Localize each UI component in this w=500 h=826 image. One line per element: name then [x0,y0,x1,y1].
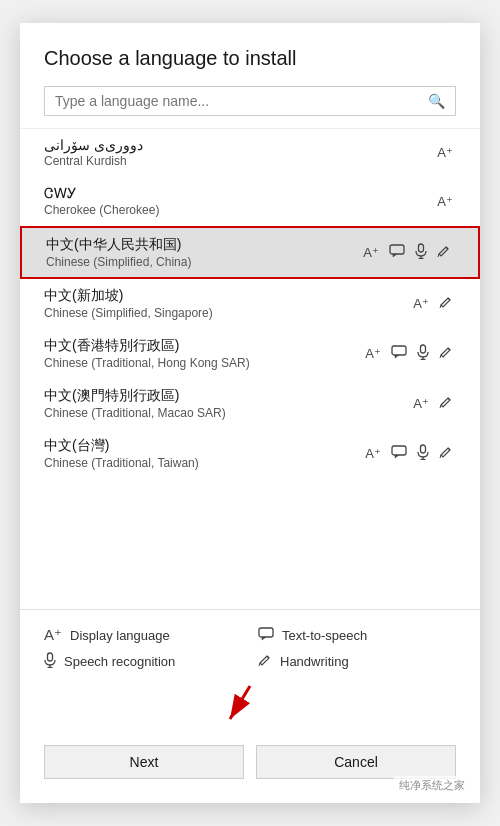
svg-line-27 [259,663,260,666]
lang-sub: Chinese (Traditional, Taiwan) [44,456,362,470]
lang-text: دووری‌ی سۆرانیCentral Kurdish [44,137,434,168]
lang-sub: Chinese (Simplified, China) [46,255,360,269]
lang-name: دووری‌ی سۆرانی [44,137,434,153]
legend-label: Display language [70,628,170,643]
legend-item: Speech recognition [44,652,242,671]
lang-icons: A⁺ [360,241,454,264]
lang-capability-icon [388,443,410,464]
lang-text: 中文(澳門特別行政區)Chinese (Traditional, Macao S… [44,387,410,420]
list-item[interactable]: 中文(台灣)Chinese (Traditional, Taiwan)A⁺ [20,429,480,479]
legend-area: A⁺Display languageText-to-speechSpeech r… [20,609,480,681]
lang-capability-icon [436,443,456,464]
svg-line-21 [440,455,441,458]
dialog-title: Choose a language to install [20,23,480,86]
lang-capability-icon: A⁺ [362,344,384,363]
list-item[interactable]: 中文(香港特別行政區)Chinese (Traditional, Hong Ko… [20,329,480,379]
lang-capability-icon [414,342,432,365]
lang-icons: A⁺ [362,442,456,465]
lang-capability-icon [436,293,456,314]
legend-label: Text-to-speech [282,628,367,643]
svg-rect-8 [392,346,406,355]
lang-capability-icon [412,241,430,264]
lang-capability-icon [434,242,454,263]
lang-name: 中文(中华人民共和国) [46,236,360,254]
svg-line-29 [230,686,250,719]
lang-capability-icon: A⁺ [410,294,432,313]
lang-capability-icon [414,442,432,465]
lang-sub: Central Kurdish [44,154,434,168]
legend-icon: A⁺ [44,626,62,644]
legend-icon [258,653,272,670]
search-bar[interactable]: 🔍 [44,86,456,116]
lang-sub: Chinese (Traditional, Hong Kong SAR) [44,356,362,370]
svg-line-13 [440,355,441,358]
lang-icons: A⁺ [434,192,456,211]
legend-item: Handwriting [258,652,456,671]
list-item[interactable]: دووری‌ی سۆرانیCentral KurdishA⁺ [20,129,480,177]
lang-text: 中文(中华人民共和国)Chinese (Simplified, China) [46,236,360,269]
lang-text: ᏣᎳᎩCherokee (Cherokee) [44,185,434,217]
language-list: دووری‌ی سۆرانیCentral KurdishA⁺ᏣᎳᎩCherok… [20,128,480,609]
svg-rect-0 [390,245,404,254]
lang-icons: A⁺ [410,293,456,314]
arrow-container [20,681,480,731]
lang-capability-icon [386,242,408,263]
legend-label: Handwriting [280,654,349,669]
svg-line-4 [446,247,448,249]
choose-language-dialog: Choose a language to install 🔍 دووری‌ی س… [20,23,480,803]
lang-text: 中文(台灣)Chinese (Traditional, Taiwan) [44,437,362,470]
lang-capability-icon [436,343,456,364]
lang-name: 中文(新加坡) [44,287,410,305]
lang-name: ᏣᎳᎩ [44,185,434,202]
lang-sub: Chinese (Simplified, Singapore) [44,306,410,320]
lang-sub: Cherokee (Cherokee) [44,203,434,217]
svg-rect-17 [421,445,426,453]
legend-item: Text-to-speech [258,626,456,644]
search-input[interactable] [55,93,428,109]
svg-rect-9 [421,345,426,353]
lang-name: 中文(澳門特別行政區) [44,387,410,405]
legend-item: A⁺Display language [44,626,242,644]
svg-line-12 [448,348,450,350]
lang-text: 中文(新加坡)Chinese (Simplified, Singapore) [44,287,410,320]
svg-rect-16 [392,446,406,455]
legend-label: Speech recognition [64,654,175,669]
lang-capability-icon [388,343,410,364]
lang-name: 中文(香港特別行政區) [44,337,362,355]
search-icon: 🔍 [428,93,445,109]
next-button[interactable]: Next [44,745,244,779]
svg-line-5 [438,254,439,257]
svg-line-7 [440,305,441,308]
lang-capability-icon: A⁺ [434,143,456,162]
svg-line-6 [448,298,450,300]
svg-line-15 [440,405,441,408]
lang-name: 中文(台灣) [44,437,362,455]
list-item[interactable]: ᏣᎳᎩCherokee (Cherokee)A⁺ [20,177,480,226]
lang-text: 中文(香港特別行政區)Chinese (Traditional, Hong Ko… [44,337,362,370]
svg-line-26 [267,656,269,658]
list-item[interactable]: 中文(新加坡)Chinese (Simplified, Singapore)A⁺ [20,279,480,329]
lang-icons: A⁺ [410,393,456,414]
svg-line-20 [448,448,450,450]
lang-sub: Chinese (Traditional, Macao SAR) [44,406,410,420]
svg-rect-23 [48,653,53,661]
list-item[interactable]: 中文(澳門特別行政區)Chinese (Traditional, Macao S… [20,379,480,429]
lang-capability-icon: A⁺ [434,192,456,211]
lang-icons: A⁺ [362,342,456,365]
legend-icon [44,652,56,671]
lang-capability-icon: A⁺ [410,394,432,413]
lang-capability-icon: A⁺ [362,444,384,463]
svg-rect-22 [259,628,273,637]
legend-icon [258,627,274,644]
watermark: 纯净系统之家 [394,776,470,795]
lang-icons: A⁺ [434,143,456,162]
lang-capability-icon [436,393,456,414]
cancel-button[interactable]: Cancel [256,745,456,779]
lang-capability-icon: A⁺ [360,243,382,262]
list-item[interactable]: 中文(中华人民共和国)Chinese (Simplified, China)A⁺ [20,226,480,279]
svg-rect-1 [419,244,424,252]
next-arrow [210,681,290,731]
svg-line-14 [448,398,450,400]
